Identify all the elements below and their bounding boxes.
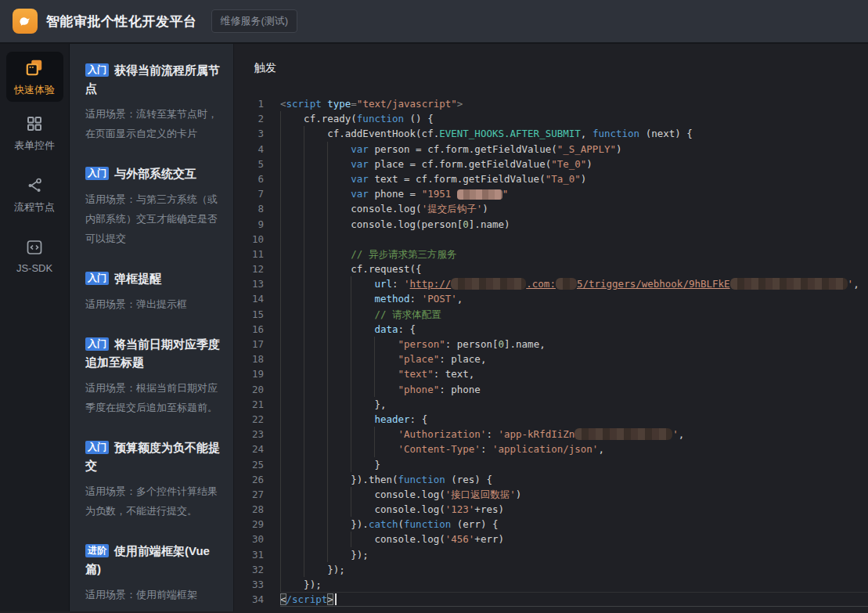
code-line[interactable]: 23 'Authorization': 'app-kRfdIiZn', — [234, 427, 868, 442]
sidebar-item-flow-nodes[interactable]: 流程节点 — [6, 176, 63, 215]
code-token: function — [592, 128, 639, 139]
indent-guide — [327, 217, 328, 232]
code-line[interactable]: 32 }); — [234, 562, 868, 577]
code-line[interactable]: 31 }); — [234, 547, 868, 562]
sidebar-item-form-controls[interactable]: 表单控件 — [6, 114, 63, 153]
app-logo — [13, 9, 38, 34]
code-line[interactable]: 6 var text = cf.form.getFieldValue("Ta_0… — [234, 171, 868, 186]
code-token — [280, 428, 398, 440]
section-title: 触发 — [234, 44, 868, 78]
code-line[interactable]: 33 }); — [234, 577, 868, 592]
tutorial-desc: 适用场景：流转至某节点时，在页面显示自定义的卡片 — [85, 104, 220, 143]
indent-guide — [374, 427, 375, 442]
tutorial-card[interactable]: 入门将当前日期对应季度追加至标题适用场景：根据当前日期对应季度在提交后追加至标题… — [85, 335, 220, 417]
indent-guide — [304, 397, 304, 412]
code-token: "place" — [398, 353, 440, 365]
indent-guide — [327, 291, 328, 306]
code-token: ' — [848, 278, 854, 290]
code-content: cf.request({ — [280, 261, 868, 276]
tutorial-card[interactable]: 入门弹框提醒适用场景：弹出提示框 — [85, 269, 220, 314]
code-line[interactable]: 25 } — [234, 457, 868, 472]
code-token: place = cf.form.getFieldValue( — [369, 158, 551, 170]
code-line[interactable]: 21 }, — [234, 397, 868, 412]
code-line[interactable]: 28 console.log('123'+res) — [234, 502, 868, 517]
code-editor[interactable]: 1<script type="text/javascript">2 cf.rea… — [234, 96, 868, 607]
indent-guide — [327, 171, 328, 186]
line-number: 29 — [234, 517, 264, 532]
code-token: ].name) — [469, 218, 510, 230]
tutorial-card[interactable]: 入门预算额度为负不能提交适用场景：多个控件计算结果为负数，不能进行提交。 — [85, 438, 220, 521]
code-content: method: 'POST', — [280, 291, 868, 306]
code-token: script — [286, 98, 322, 110]
code-token: // 异步请求第三方服务 — [351, 248, 456, 260]
code-line[interactable]: 5 var place = cf.form.getFieldValue("Te_… — [234, 157, 868, 171]
code-line[interactable]: 24 'Content-Type': 'application/json', — [234, 442, 868, 456]
code-line[interactable]: 29 }).catch(function (err) { — [234, 517, 868, 532]
indent-guide — [327, 547, 328, 562]
code-line[interactable]: 27 console.log('接口返回数据') — [234, 487, 868, 502]
code-token — [280, 443, 398, 455]
tutorial-card[interactable]: 入门与外部系统交互适用场景：与第三方系统（或内部系统）交互才能确定是否可以提交 — [85, 164, 220, 248]
code-token: ].name, — [504, 338, 546, 350]
code-line[interactable]: 1<script type="text/javascript"> — [234, 96, 868, 111]
tutorial-card[interactable]: 入门获得当前流程所属节点适用场景：流转至某节点时，在页面显示自定义的卡片 — [85, 61, 220, 143]
indent-guide — [304, 547, 304, 562]
code-token: "text" — [398, 368, 434, 380]
indent-guide — [304, 366, 304, 381]
code-line[interactable]: 16 data: { — [234, 322, 868, 337]
code-line[interactable]: 34</script> — [234, 592, 868, 607]
quick-experience-icon — [24, 57, 45, 78]
code-line[interactable]: 8 console.log('提交后钩子') — [234, 201, 868, 216]
code-line[interactable]: 4 var person = cf.form.getFieldValue("_S… — [234, 142, 868, 157]
indent-guide — [374, 382, 375, 397]
code-line[interactable]: 3 cf.addEventHook(cf.EVENT_HOOKS.AFTER_S… — [234, 126, 868, 141]
code-token: function — [404, 518, 451, 530]
sidebar-item-js-sdk[interactable]: JS-SDK — [6, 238, 63, 274]
code-line[interactable]: 13 url: 'http://.com:5/triggers/webhook/… — [234, 276, 868, 291]
indent-guide — [327, 337, 328, 352]
code-token: text = cf.form.getFieldValue( — [369, 173, 546, 185]
code-line[interactable]: 10 — [234, 232, 868, 247]
indent-guide — [327, 532, 328, 546]
code-line[interactable]: 12 cf.request({ — [234, 261, 868, 276]
code-token: "Te_0" — [551, 158, 586, 170]
code-token — [280, 353, 398, 365]
code-line[interactable]: 2 cf.ready(function () { — [234, 111, 868, 126]
code-token: function — [398, 474, 445, 485]
code-line[interactable]: 18 "place": place, — [234, 352, 868, 366]
environment-badge[interactable]: 维修服务(测试) — [211, 9, 298, 33]
code-content — [280, 232, 868, 247]
indent-guide — [280, 217, 281, 232]
code-line[interactable]: 17 "person": person[0].name, — [234, 337, 868, 352]
code-token: +res) — [474, 503, 504, 515]
code-token: person = cf.form.getFieldValue( — [369, 143, 557, 155]
code-token: , — [598, 443, 604, 455]
code-content: header: { — [280, 412, 868, 427]
code-line[interactable]: 14 method: 'POST', — [234, 291, 868, 306]
indent-guide — [280, 442, 281, 456]
code-token: 'Content-Type' — [398, 443, 481, 455]
code-token — [280, 248, 351, 260]
code-token: function — [357, 113, 404, 124]
code-line[interactable]: 11 // 异步请求第三方服务 — [234, 247, 868, 261]
sidebar-item-quick-experience[interactable]: 快速体验 — [6, 52, 63, 102]
tutorial-panel[interactable]: 入门获得当前流程所属节点适用场景：流转至某节点时，在页面显示自定义的卡片入门与外… — [70, 44, 234, 611]
code-content: // 异步请求第三方服务 — [280, 247, 868, 261]
indent-guide — [304, 186, 304, 201]
code-line[interactable]: 9 console.log(person[0].name) — [234, 217, 868, 232]
line-number: 14 — [234, 291, 264, 306]
code-line[interactable]: 15 // 请求体配置 — [234, 307, 868, 322]
code-line[interactable]: 20 "phone": phone — [234, 382, 868, 397]
code-line[interactable]: 7 var phone = "1951 " — [234, 186, 868, 201]
code-content: "person": person[0].name, — [280, 337, 868, 352]
code-token: (res) { — [445, 474, 492, 485]
code-line[interactable]: 19 "text": text, — [234, 366, 868, 381]
line-number: 25 — [234, 457, 264, 472]
code-token: 5/triggers/webhook/9hBLFkE — [577, 278, 730, 290]
code-line[interactable]: 26 }).then(function (res) { — [234, 472, 868, 487]
indent-guide — [351, 502, 351, 517]
code-line[interactable]: 22 header: { — [234, 412, 868, 427]
code-line[interactable]: 30 console.log('456'+err) — [234, 532, 868, 546]
code-token: console.log( — [280, 489, 445, 500]
tutorial-card[interactable]: 进阶使用前端框架(Vue篇)适用场景：使用前端框架 — [85, 542, 220, 604]
